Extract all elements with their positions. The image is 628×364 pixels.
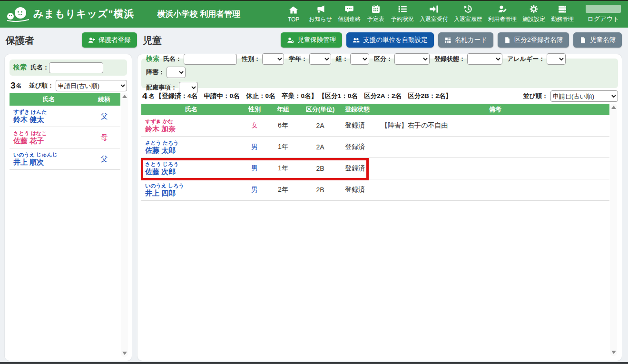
child-grade: 6年: [268, 121, 298, 130]
child-grade: 1年: [268, 143, 298, 151]
guardian-row[interactable]: いのうえ じゅんじ 井上 順次 父: [10, 148, 120, 170]
children-sort-select[interactable]: 申請日(古い順): [550, 90, 618, 102]
disability-filter-select[interactable]: [167, 67, 186, 78]
child-kubun: 2A: [298, 122, 342, 129]
child-status: 登録済: [342, 121, 379, 130]
shifts-icon: [558, 4, 567, 14]
child-status: 登録済: [342, 186, 379, 194]
child-status: 登録済: [342, 143, 379, 151]
nav-item-entry-exit-reception[interactable]: 入退室受付: [417, 2, 451, 25]
nav-item-user-management[interactable]: 利用者管理: [485, 2, 520, 25]
guardian-relation: 父: [88, 155, 120, 164]
window-bottom-edge: [0, 362, 628, 364]
child-insurance-button[interactable]: 児童保険管理: [281, 32, 342, 48]
nav-item-schedule[interactable]: 予定表: [363, 2, 388, 25]
nav-item-entry-exit-history[interactable]: 入退室履歴: [451, 2, 485, 25]
child-kubun: 2A: [298, 143, 342, 151]
account-area: ログアウト: [581, 5, 625, 23]
guardian-count: 3: [10, 80, 16, 91]
mascot-snail-icon: [6, 6, 30, 22]
nav-item-facility-settings[interactable]: 施設設定: [520, 2, 548, 25]
user-name-redacted: [586, 5, 621, 13]
children-search-bar: 検索 氏名： 性別： 学年： 組： 区分： 登録状態： アレルギー：: [141, 59, 618, 88]
child-name-link[interactable]: さとう じろう 佐藤 次郎: [141, 161, 241, 176]
children-panel: 検索 氏名： 性別： 学年： 組： 区分： 登録状態： アレルギー：: [137, 54, 622, 361]
guardian-search-bar: 検索 氏名：: [10, 59, 127, 76]
child-name-link[interactable]: さとう たろう 佐藤 太郎: [141, 139, 241, 155]
scroll-up-icon[interactable]: [611, 106, 616, 109]
guardian-register-button[interactable]: 保護者登録: [82, 32, 137, 48]
home-icon: [289, 5, 298, 15]
name-card-button[interactable]: 名札カード: [438, 32, 493, 48]
guardian-row[interactable]: さとう はなこ 佐藤 花子 母: [10, 127, 120, 148]
guardian-row[interactable]: すずき けんた 鈴木 健太 父: [10, 106, 120, 127]
user-plus-icon: [88, 37, 95, 44]
name-field-label: 氏名：: [30, 63, 49, 72]
children-count: 4: [142, 91, 147, 101]
user-check-icon: [287, 37, 294, 44]
child-gender: 女: [241, 121, 268, 130]
child-row-highlighted[interactable]: さとう じろう 佐藤 次郎 男 1年 2B 登録済: [141, 158, 609, 179]
child-kubun: 2B: [298, 165, 342, 172]
search-label: 検索: [13, 63, 27, 72]
app-logo[interactable]: みまもりキッズ"横浜: [6, 6, 134, 22]
logo-text: みまもりキッズ"横浜: [33, 7, 134, 20]
sort-label: 並び順：: [29, 81, 54, 90]
gender-filter-select[interactable]: [262, 53, 284, 65]
children-summary: 4名 【登録済：4名 申請中：0名 休止：0名 卒業：0名】 【区分1：0名 区…: [142, 91, 452, 101]
guardian-table-header: 氏名 続柄: [10, 93, 120, 106]
class-filter-select[interactable]: [350, 53, 369, 65]
scroll-down-icon[interactable]: [122, 352, 127, 355]
scroll-up-icon[interactable]: [122, 95, 127, 98]
nav-item-individual-contact[interactable]: 個別連絡: [335, 2, 363, 25]
children-toolbar: 児童保険管理 支援の単位を自動設定 名札カード 区分2登録者名簿 児童名簿: [281, 32, 622, 48]
child-row[interactable]: いのうえ しろう 井上 四郎 男 2年 2B 登録済: [141, 179, 609, 201]
child-status: 登録済: [342, 164, 379, 173]
kubun-filter-select[interactable]: [394, 53, 430, 65]
guardians-section-title: 保護者: [6, 34, 34, 47]
guardian-count-sort-row: 3 名 並び順： 申請日(古い順): [10, 79, 127, 92]
chat-icon: [344, 4, 354, 14]
nav-item-notices[interactable]: お知らせ: [306, 2, 335, 25]
search-label: 検索: [146, 55, 159, 63]
guardian-name-search-input[interactable]: [49, 62, 103, 73]
nav-item-work-management[interactable]: 勤務管理: [548, 2, 577, 25]
top-navigation-bar: みまもりキッズ"横浜 横浜小学校 利用者管理 TOP お知らせ 個別連絡 予定表…: [0, 0, 628, 28]
children-roster-button[interactable]: 児童名簿: [573, 32, 622, 48]
grade-filter-select[interactable]: [309, 53, 331, 65]
guardian-scrollbar[interactable]: [121, 93, 128, 357]
allergy-filter-select[interactable]: [547, 53, 566, 65]
child-grade: 1年: [268, 164, 298, 173]
guardian-sort-select[interactable]: 申請日(古い順): [56, 80, 127, 91]
users-icon: [353, 37, 360, 44]
status-filter-select[interactable]: [467, 53, 502, 65]
child-gender: 男: [241, 164, 268, 173]
children-scrollbar[interactable]: [610, 104, 617, 356]
nav-item-top[interactable]: TOP: [281, 3, 306, 25]
child-row[interactable]: さとう たろう 佐藤 太郎 男 1年 2A 登録済: [141, 137, 609, 158]
child-gender: 男: [241, 143, 268, 151]
megaphone-icon: [316, 4, 325, 14]
nav-item-reservation-status[interactable]: 予約状況: [388, 2, 417, 25]
guardian-name-link[interactable]: いのうえ じゅんじ 井上 順次: [10, 151, 88, 167]
main-nav: TOP お知らせ 個別連絡 予定表 予約状況 入退室受付 入退室履歴 利用者管: [281, 2, 577, 25]
child-grade: 2年: [268, 186, 298, 194]
children-summary-row: 4名 【登録済：4名 申請中：0名 休止：0名 卒業：0名】 【区分1：0名 区…: [142, 89, 618, 103]
child-name-link[interactable]: すずき かな 鈴木 加奈: [141, 118, 241, 133]
logout-button[interactable]: ログアウト: [588, 15, 619, 23]
children-table-header: 氏名 性別 年組 区分(単位) 登録状態 備考: [141, 104, 609, 115]
kubun2-roster-button[interactable]: 区分2登録者名簿: [498, 32, 569, 48]
auto-set-support-unit-button[interactable]: 支援の単位を自動設定: [346, 32, 434, 48]
sort-label: 並び順：: [523, 92, 548, 100]
list-icon: [398, 4, 407, 14]
child-row[interactable]: すずき かな 鈴木 加奈 女 6年 2A 登録済 【障害】右手の不自由: [141, 115, 609, 137]
children-section-title: 児童: [143, 34, 162, 47]
document-icon: [504, 37, 511, 44]
child-name-search-input[interactable]: [184, 54, 237, 65]
calendar-icon: [371, 4, 381, 14]
guardian-name-link[interactable]: すずき けんた 鈴木 健太: [10, 108, 88, 124]
guardian-name-link[interactable]: さとう はなこ 佐藤 花子: [10, 130, 88, 145]
guardians-panel: 検索 氏名： 3 名 並び順： 申請日(古い順) 氏名 続柄 すずき けんた 鈴…: [5, 54, 132, 361]
child-name-link[interactable]: いのうえ しろう 井上 四郎: [141, 182, 241, 197]
scroll-down-icon[interactable]: [611, 351, 616, 354]
